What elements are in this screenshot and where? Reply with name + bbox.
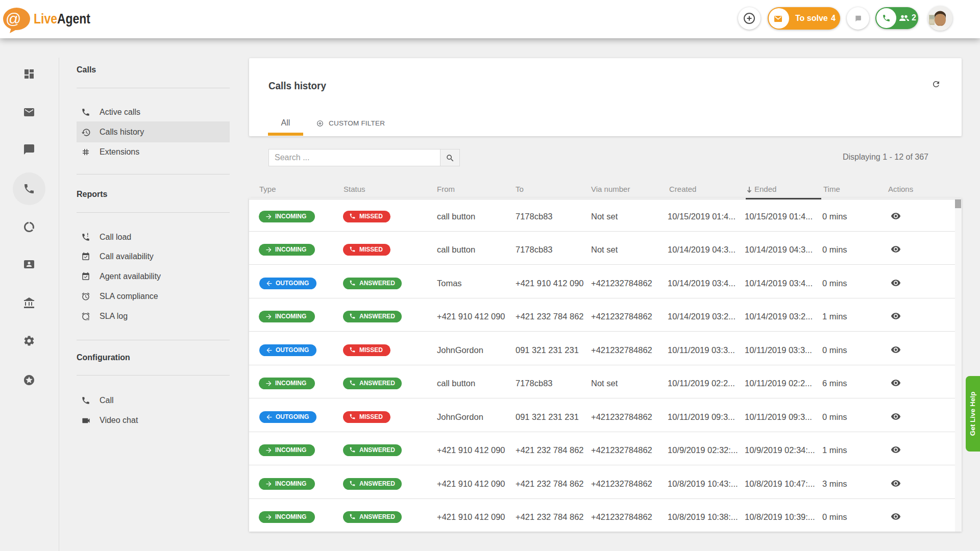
svg-text:@: @: [6, 10, 21, 27]
